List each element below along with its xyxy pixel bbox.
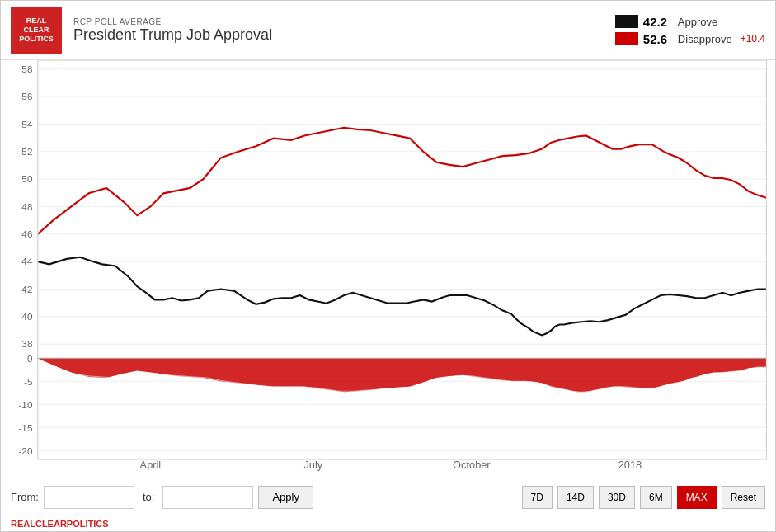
range-14d-button[interactable]: 14D: [557, 486, 594, 509]
legend: 42.2 Approve 52.6 Disapprove +10.4: [615, 15, 765, 46]
from-label: From:: [11, 491, 39, 503]
approve-value: 42.2: [643, 15, 673, 29]
apply-button[interactable]: Apply: [258, 486, 313, 509]
svg-text:-20: -20: [18, 445, 32, 455]
disapprove-diff: +10.4: [741, 33, 765, 45]
svg-text:56: 56: [21, 91, 32, 101]
svg-text:-15: -15: [18, 422, 32, 433]
approve-color-box: [615, 15, 638, 28]
rcp-label: RCP POLL AVERAGE: [73, 17, 272, 26]
svg-text:October: October: [453, 459, 491, 471]
svg-text:-10: -10: [18, 399, 32, 410]
svg-rect-0: [1, 60, 775, 478]
svg-text:48: 48: [21, 201, 32, 212]
svg-text:-5: -5: [24, 376, 33, 387]
chart-area: 58 56 54 52 50 48 46 44 42: [1, 60, 775, 478]
from-input[interactable]: [44, 486, 134, 509]
to-label: to:: [143, 491, 154, 503]
chart-title: President Trump Job Approval: [73, 26, 272, 44]
branding-text: REALCLEARPOLITICS: [11, 519, 109, 529]
chart-svg: 58 56 54 52 50 48 46 44 42: [1, 60, 775, 478]
approve-label: Approve: [678, 16, 717, 28]
svg-text:42: 42: [21, 284, 32, 294]
to-input[interactable]: [162, 486, 253, 509]
header: REALCLEARPOLITICS RCP POLL AVERAGE Presi…: [1, 1, 775, 60]
reset-button[interactable]: Reset: [722, 486, 765, 509]
svg-text:44: 44: [21, 256, 32, 266]
svg-text:2018: 2018: [618, 459, 642, 471]
range-7d-button[interactable]: 7D: [522, 486, 553, 509]
range-30d-button[interactable]: 30D: [599, 486, 635, 509]
legend-disapprove: 52.6 Disapprove +10.4: [615, 32, 765, 46]
svg-text:54: 54: [21, 119, 32, 129]
svg-text:52: 52: [21, 146, 32, 157]
range-6m-button[interactable]: 6M: [640, 486, 672, 509]
svg-text:0: 0: [27, 353, 33, 364]
svg-text:April: April: [140, 459, 162, 471]
legend-approve: 42.2 Approve: [615, 15, 765, 29]
svg-text:38: 38: [21, 338, 32, 349]
svg-text:58: 58: [21, 64, 32, 74]
svg-text:40: 40: [21, 311, 32, 322]
range-max-button[interactable]: MAX: [677, 486, 717, 509]
disapprove-value: 52.6: [643, 32, 673, 46]
footer-controls: From: to: Apply 7D 14D 30D 6M MAX Reset: [1, 478, 775, 516]
svg-text:50: 50: [21, 173, 32, 184]
svg-text:46: 46: [21, 228, 32, 239]
svg-text:July: July: [303, 459, 322, 471]
disapprove-color-box: [615, 32, 638, 45]
disapprove-label: Disapprove: [678, 33, 732, 45]
header-info: RCP POLL AVERAGE President Trump Job App…: [73, 17, 272, 44]
main-container: REALCLEARPOLITICS RCP POLL AVERAGE Presi…: [0, 0, 776, 532]
logo: REALCLEARPOLITICS: [11, 7, 62, 54]
branding-footer: REALCLEARPOLITICS: [1, 516, 775, 531]
